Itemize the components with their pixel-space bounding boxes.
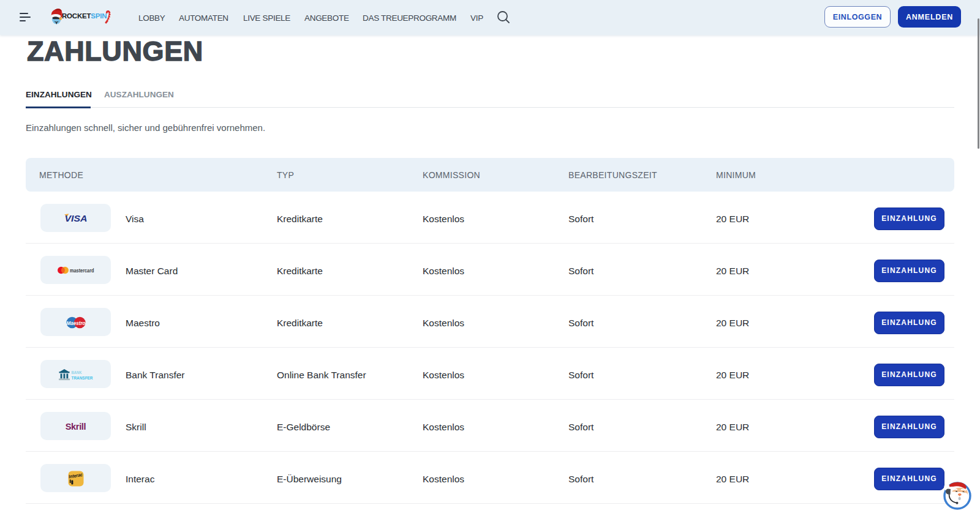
svg-text:mastercard: mastercard [70,267,94,274]
svg-text:Maestro: Maestro [66,319,85,326]
svg-text:VISA: VISA [64,214,87,223]
svg-text:BANK: BANK [71,370,81,375]
svg-text:TRANSFER: TRANSFER [71,375,92,381]
